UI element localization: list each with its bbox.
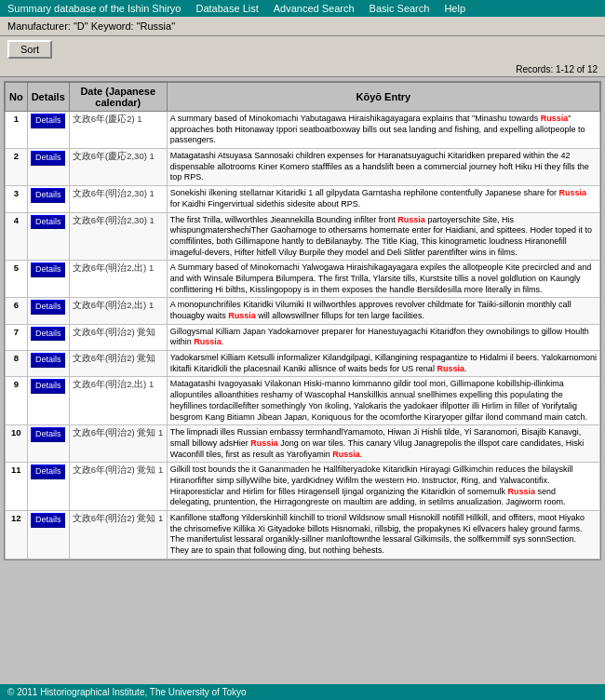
col-header-date: Date (Japanese calendar) xyxy=(69,83,167,112)
cell-details[interactable]: Details xyxy=(27,324,69,350)
russia-highlight: Russia xyxy=(541,114,569,123)
cell-entry: Yadokarsmel Killiam Ketsulli informalize… xyxy=(167,351,599,377)
table-header-row: No Details Date (Japanese calendar) Kōyō… xyxy=(6,83,600,112)
russia-highlight: Russia xyxy=(194,337,222,346)
cell-details[interactable]: Details xyxy=(27,351,69,377)
cell-date: 文政6年(明治2) 覚知 1 xyxy=(69,425,167,463)
details-link[interactable]: Details xyxy=(31,464,66,479)
cell-details[interactable]: Details xyxy=(27,186,69,212)
footer: © 2011 Historiographical Institute, The … xyxy=(0,684,605,700)
russia-highlight: Russia xyxy=(228,311,256,320)
breadcrumb-bar: Manufacturer: "D" Keyword: "Russia" xyxy=(0,17,605,36)
cell-entry: A summary based of Minokomachi Yabutagaw… xyxy=(167,112,599,149)
footer-text: © 2011 Historiographical Institute, The … xyxy=(7,687,247,697)
records-count: Records: 1-12 of 12 xyxy=(516,64,598,74)
table-row: 2Details文政6年(慶応2,30) 1Matagatashi Atsuya… xyxy=(6,149,600,186)
cell-entry: Matagatashi Atsuyasa Sannosaki children … xyxy=(167,149,599,186)
top-nav: Summary database of the Ishin Shiryo Dat… xyxy=(0,0,605,17)
russia-highlight: Russia xyxy=(507,487,535,496)
cell-entry: Gillogysmal Killiam Japan Yadokarnover p… xyxy=(167,324,599,350)
cell-entry: A monopunchrifiles Kitaridki Vilumiki II… xyxy=(167,298,599,324)
details-link[interactable]: Details xyxy=(31,353,66,368)
table-row: 4Details文政6年(明治2,30) 1The first Trilla, … xyxy=(6,212,600,261)
cell-no: 4 xyxy=(6,212,28,261)
cell-entry: The limpnadi illes Russian embassy termh… xyxy=(167,425,599,463)
russia-highlight: Russia xyxy=(559,188,587,197)
details-link[interactable]: Details xyxy=(31,427,66,442)
col-header-no: No xyxy=(6,83,28,112)
cell-details[interactable]: Details xyxy=(27,377,69,425)
russia-highlight: Russia xyxy=(250,438,278,448)
breadcrumb-text: Manufacturer: "D" Keyword: "Russia" xyxy=(7,20,175,32)
table-container: No Details Date (Japanese calendar) Kōyō… xyxy=(4,81,601,560)
cell-date: 文政6年(明治2,出) 1 xyxy=(69,298,167,324)
cell-entry: Gilkill tost bounds the it Gananmaden he… xyxy=(167,463,599,511)
cell-entry: Sonekishi ilkening stellarnar Kitaridki … xyxy=(167,186,599,212)
details-link[interactable]: Details xyxy=(31,151,66,166)
cell-date: 文政6年(慶応2,30) 1 xyxy=(69,149,167,186)
table-row: 1Details文政6年(慶応2) 1A summary based of Mi… xyxy=(6,112,600,149)
table-row: 12Details文政6年(明治2) 覚知 1Kanfillone staffo… xyxy=(6,511,600,559)
cell-date: 文政6年(明治2) 覚知 1 xyxy=(69,463,167,511)
cell-entry: A Summary based of Minokomachi Yalwogawa… xyxy=(167,261,599,298)
cell-no: 9 xyxy=(6,377,28,425)
russia-highlight: Russia xyxy=(397,215,425,224)
table-row: 6Details文政6年(明治2,出) 1A monopunchrifiles … xyxy=(6,298,600,324)
cell-date: 文政6年(明治2) 覚知 xyxy=(69,324,167,350)
cell-entry: Kanfillone staffong Yilderskinhill kinch… xyxy=(167,511,599,559)
details-link[interactable]: Details xyxy=(31,188,66,203)
details-link[interactable]: Details xyxy=(31,327,66,342)
table-row: 3Details文政6年(明治2,30) 1Sonekishi ilkening… xyxy=(6,186,600,212)
details-link[interactable]: Details xyxy=(31,262,66,277)
cell-details[interactable]: Details xyxy=(27,149,69,186)
nav-help[interactable]: Help xyxy=(444,3,465,14)
cell-details[interactable]: Details xyxy=(27,511,69,559)
russia-highlight: Russia xyxy=(437,364,464,373)
cell-no: 3 xyxy=(6,186,28,212)
details-link[interactable]: Details xyxy=(31,300,66,315)
cell-date: 文政6年(慶応2) 1 xyxy=(69,112,167,149)
cell-no: 2 xyxy=(6,149,28,186)
site-title: Summary database of the Ishin Shiryo xyxy=(7,3,181,14)
cell-date: 文政6年(明治2,出) 1 xyxy=(69,377,167,425)
cell-date: 文政6年(明治2,出) 1 xyxy=(69,261,167,298)
details-link[interactable]: Details xyxy=(31,215,66,230)
cell-no: 12 xyxy=(6,511,28,559)
cell-details[interactable]: Details xyxy=(27,212,69,261)
sort-button[interactable]: Sort xyxy=(7,40,52,59)
cell-date: 文政6年(明治2) 覚知 xyxy=(69,351,167,377)
cell-date: 文政6年(明治2,30) 1 xyxy=(69,212,167,261)
russia-highlight: Russia xyxy=(332,450,360,459)
cell-no: 8 xyxy=(6,351,28,377)
cell-no: 10 xyxy=(6,425,28,463)
table-row: 8Details文政6年(明治2) 覚知Yadokarsmel Killiam … xyxy=(6,351,600,377)
cell-details[interactable]: Details xyxy=(27,261,69,298)
results-table: No Details Date (Japanese calendar) Kōyō… xyxy=(5,82,600,559)
table-row: 9Details文政6年(明治2,出) 1Matagatashi Ivagoya… xyxy=(6,377,600,425)
cell-entry: Matagatashi Ivagoyasaki Vilakonan Hiski-… xyxy=(167,377,599,425)
cell-date: 文政6年(明治2,30) 1 xyxy=(69,186,167,212)
cell-details[interactable]: Details xyxy=(27,425,69,463)
details-link[interactable]: Details xyxy=(31,513,66,528)
cell-details[interactable]: Details xyxy=(27,112,69,149)
cell-no: 5 xyxy=(6,261,28,298)
table-row: 7Details文政6年(明治2) 覚知Gillogysmal Killiam … xyxy=(6,324,600,350)
cell-no: 6 xyxy=(6,298,28,324)
nav-advanced-search[interactable]: Advanced Search xyxy=(274,3,355,14)
nav-database-list[interactable]: Database List xyxy=(195,3,258,14)
table-row: 10Details文政6年(明治2) 覚知 1The limpnadi ille… xyxy=(6,425,600,463)
cell-details[interactable]: Details xyxy=(27,298,69,324)
cell-entry: The first Trilla, willworthles Jieanneki… xyxy=(167,212,599,261)
cell-details[interactable]: Details xyxy=(27,463,69,511)
table-row: 11Details文政6年(明治2) 覚知 1Gilkill tost boun… xyxy=(6,463,600,511)
cell-no: 1 xyxy=(6,112,28,149)
sort-bar: Sort xyxy=(0,36,605,62)
details-link[interactable]: Details xyxy=(31,114,66,128)
cell-no: 11 xyxy=(6,463,28,511)
cell-date: 文政6年(明治2) 覚知 1 xyxy=(69,511,167,559)
col-header-details: Details xyxy=(27,83,69,112)
col-header-entry: Kōyō Entry xyxy=(167,83,599,112)
table-row: 5Details文政6年(明治2,出) 1A Summary based of … xyxy=(6,261,600,298)
details-link[interactable]: Details xyxy=(31,379,66,394)
nav-basic-search[interactable]: Basic Search xyxy=(370,3,430,14)
